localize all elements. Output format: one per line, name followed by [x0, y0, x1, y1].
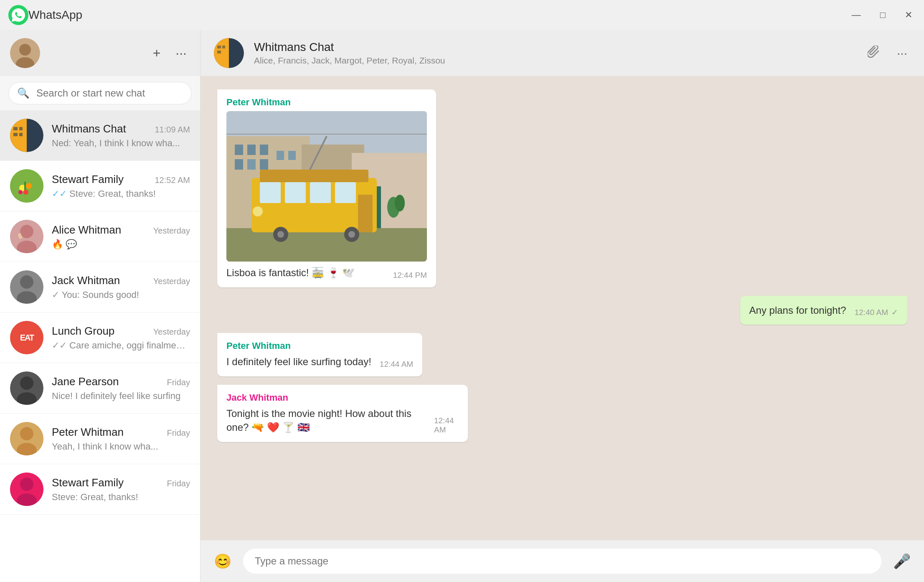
chat-item-jane[interactable]: Jane Pearson Friday Nice! I definitely f… [0, 363, 200, 414]
msg-meta-1: 12:44 PM [393, 271, 427, 280]
svg-point-66 [395, 195, 405, 211]
svg-point-17 [20, 225, 33, 238]
chat-panel: Whitmans Chat Alice, Francis, Jack, Marg… [201, 30, 924, 582]
message-1: Peter Whitman [217, 89, 436, 287]
chat-menu-button[interactable]: ··· [894, 42, 911, 64]
chat-avatar-alice [10, 220, 43, 253]
chat-name-lunch: Lunch Group [52, 325, 114, 338]
svg-point-12 [26, 183, 32, 189]
chat-info-jack: Jack Whitman Yesterday ✓ You: Sounds goo… [52, 274, 190, 300]
search-bar: 🔍 [0, 76, 200, 110]
chat-name-peter: Peter Whitman [52, 426, 124, 439]
sidebar-menu-button[interactable]: ··· [172, 42, 190, 64]
close-button[interactable]: ✕ [901, 6, 916, 24]
chat-item-stewart2[interactable]: Stewart Family Friday Steve: Great, than… [0, 464, 200, 515]
svg-point-63 [253, 206, 263, 216]
svg-point-30 [20, 478, 33, 491]
message-3: Peter Whitman I definitely feel like sur… [217, 333, 422, 376]
chat-info-peter: Peter Whitman Friday Yeah, I think I kno… [52, 426, 190, 452]
minimize-button[interactable]: — [848, 6, 864, 24]
chat-item-jack[interactable]: Jack Whitman Yesterday ✓ You: Sounds goo… [0, 262, 200, 313]
svg-rect-42 [247, 145, 256, 155]
chat-header: Whitmans Chat Alice, Francis, Jack, Marg… [201, 30, 924, 76]
chat-time-peter: Friday [167, 428, 190, 438]
chat-preview-stewart2: Steve: Great, thanks! [52, 492, 190, 503]
msg-time-1: 12:44 PM [393, 271, 427, 280]
chat-info-stewart2: Stewart Family Friday Steve: Great, than… [52, 476, 190, 503]
chat-item-whitmans[interactable]: Whitmans Chat 11:09 AM Ned: Yeah, I thin… [0, 110, 200, 161]
maximize-button[interactable]: □ [877, 6, 889, 24]
bubble-3: Peter Whitman I definitely feel like sur… [217, 333, 422, 376]
chat-name-jack: Jack Whitman [52, 274, 120, 287]
chat-info-alice: Alice Whitman Yesterday 🔥 💬 [52, 224, 190, 250]
chat-time-jack: Yesterday [153, 277, 190, 286]
svg-rect-56 [335, 182, 356, 203]
chat-avatar-whitmans [10, 119, 43, 152]
svg-rect-9 [19, 133, 23, 136]
input-bar: 😊 🎤 [201, 540, 924, 582]
double-grey-tick: ✓✓ [52, 340, 67, 351]
chat-preview-alice: 🔥 💬 [52, 239, 190, 250]
chat-preview-lunch: ✓✓ Care amiche, oggi finalmente posso [52, 340, 190, 351]
chat-preview-jane: Nice! I definitely feel like surfing [52, 391, 190, 402]
chat-name-whitmans: Whitmans Chat [52, 122, 126, 135]
chat-item-lunch[interactable]: EAT Lunch Group Yesterday ✓✓ Care amiche… [0, 313, 200, 363]
chat-avatar-jack [10, 270, 43, 304]
svg-rect-47 [277, 151, 284, 160]
chat-time-jane: Friday [167, 378, 190, 387]
svg-rect-35 [222, 46, 225, 48]
search-icon: 🔍 [17, 87, 30, 99]
mic-button[interactable]: 🎤 [890, 549, 914, 573]
svg-rect-15 [24, 182, 26, 190]
svg-point-59 [277, 231, 284, 238]
msg-meta-2: 12:40 AM ✓ [855, 308, 898, 317]
chat-item-stewart[interactable]: Stewart Family 12:52 AM ✓✓ Steve: Great,… [0, 161, 200, 211]
chat-info-whitmans: Whitmans Chat 11:09 AM Ned: Yeah, I thin… [52, 122, 190, 149]
sidebar-header: + ··· [0, 30, 200, 76]
svg-point-27 [20, 427, 33, 440]
chat-item-alice[interactable]: Alice Whitman Yesterday 🔥 💬 [0, 211, 200, 262]
msg-text-4: Tonight is the movie night! How about th… [226, 407, 426, 435]
svg-rect-8 [13, 133, 18, 136]
chat-item-peter[interactable]: Peter Whitman Friday Yeah, I think I kno… [0, 414, 200, 464]
bubble-4: Jack Whitman Tonight is the movie night!… [217, 385, 468, 442]
svg-rect-33 [214, 38, 229, 68]
chat-preview-whitmans: Ned: Yeah, I think I know wha... [52, 138, 190, 149]
tram-image [226, 111, 427, 262]
search-input[interactable] [36, 87, 183, 99]
new-chat-button[interactable]: + [150, 42, 164, 64]
window-controls: — □ ✕ [848, 6, 916, 24]
svg-rect-52 [260, 170, 368, 182]
message-input[interactable] [243, 549, 881, 574]
bubble-2: Any plans for tonight? 12:40 AM ✓ [740, 296, 907, 325]
chat-header-name: Whitmans Chat [254, 41, 854, 54]
chat-list: Whitmans Chat 11:09 AM Ned: Yeah, I thin… [0, 110, 200, 582]
svg-rect-41 [235, 145, 243, 155]
chat-avatar-lunch: EAT [10, 321, 43, 354]
svg-rect-45 [247, 159, 256, 170]
msg-meta-3: 12:44 AM [380, 360, 413, 369]
chat-time-alice: Yesterday [153, 226, 190, 236]
chat-avatar-stewart [10, 169, 43, 203]
svg-point-13 [23, 190, 28, 195]
svg-rect-48 [288, 151, 296, 160]
search-inner: 🔍 [8, 82, 192, 104]
sidebar: + ··· 🔍 [0, 30, 201, 582]
paperclip-button[interactable] [864, 42, 883, 64]
svg-rect-57 [358, 195, 373, 232]
sender-name-peter: Peter Whitman [226, 97, 427, 108]
chat-info-jane: Jane Pearson Friday Nice! I definitely f… [52, 375, 190, 402]
svg-rect-43 [260, 145, 268, 155]
svg-point-24 [20, 376, 33, 390]
svg-rect-55 [310, 182, 331, 203]
chat-header-info: Whitmans Chat Alice, Francis, Jack, Marg… [254, 41, 854, 66]
svg-rect-46 [260, 159, 268, 170]
chat-header-avatar [214, 38, 244, 68]
sender-name-peter-3: Peter Whitman [226, 341, 413, 351]
msg-text-1: Lisboa is fantastic! 🚋 🍷 🕊️ [226, 266, 355, 280]
svg-point-21 [20, 275, 33, 289]
user-avatar[interactable] [10, 38, 40, 68]
svg-rect-36 [217, 51, 221, 53]
main-container: + ··· 🔍 [0, 30, 924, 582]
emoji-button[interactable]: 😊 [211, 549, 235, 573]
